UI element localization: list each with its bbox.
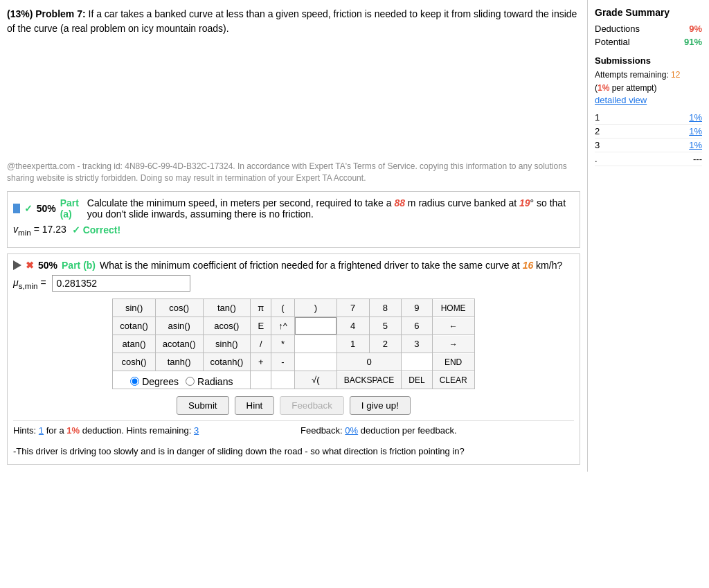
calc-6[interactable]: 6 bbox=[402, 317, 431, 335]
part-b-answer-label: μs,min = bbox=[13, 277, 46, 290]
hints-remaining: 3 bbox=[194, 425, 199, 436]
problem-statement: (13%) Problem 7: If a car takes a banked… bbox=[7, 7, 580, 36]
part-b-header: ✖ 50% Part (b) What is the minimum coeff… bbox=[13, 260, 574, 271]
radians-label[interactable]: Radians bbox=[186, 376, 233, 387]
sub-row-2: 2 1% bbox=[595, 125, 702, 139]
calc-acotan[interactable]: acotan() bbox=[156, 335, 203, 353]
potential-row: Potential 91% bbox=[595, 37, 702, 47]
degrees-radians-row: Degrees Radians bbox=[113, 376, 250, 387]
submissions-title: Submissions bbox=[595, 55, 702, 66]
part-a-check: ✓ bbox=[24, 203, 33, 214]
calc-open-paren[interactable]: ( bbox=[271, 299, 294, 317]
calc-del[interactable]: DEL bbox=[402, 372, 431, 389]
hint-button[interactable]: Hint bbox=[235, 396, 275, 415]
calc-cotanh[interactable]: cotanh() bbox=[204, 353, 251, 371]
calc-sqrt[interactable]: √( bbox=[295, 371, 336, 389]
hints-row: Hints: 1 for a 1% deduction. Hints remai… bbox=[13, 420, 574, 440]
calc-tanh[interactable]: tanh() bbox=[156, 353, 203, 371]
sub-num-3: 3 bbox=[595, 140, 600, 150]
part-b-section: ✖ 50% Part (b) What is the minimum coeff… bbox=[7, 253, 580, 464]
calc-1[interactable]: 1 bbox=[337, 335, 369, 353]
hints-left: Hints: 1 for a 1% deduction. Hints remai… bbox=[13, 425, 287, 436]
sub-num-dot: . bbox=[595, 154, 598, 164]
hint-text: -This driver is driving too slowly and i… bbox=[13, 445, 574, 458]
calc-clear[interactable]: CLEAR bbox=[433, 372, 474, 389]
potential-value: 91% bbox=[684, 37, 702, 47]
calc-3[interactable]: 3 bbox=[402, 335, 431, 353]
sub-val-2[interactable]: 1% bbox=[689, 126, 702, 136]
potential-label: Potential bbox=[595, 37, 630, 47]
calc-slash[interactable]: / bbox=[251, 335, 271, 353]
calc-minus[interactable]: - bbox=[271, 353, 294, 371]
calc-close-paren[interactable]: ) bbox=[295, 299, 336, 317]
hint-link[interactable]: 1 bbox=[39, 425, 44, 436]
per-attempt-pct: 1% bbox=[598, 83, 609, 93]
calc-5[interactable]: 5 bbox=[370, 317, 402, 335]
problem-number: (13%) Problem 7: bbox=[7, 8, 89, 19]
calc-atan[interactable]: atan() bbox=[113, 335, 154, 353]
calc-cosh[interactable]: cosh() bbox=[113, 353, 154, 371]
submission-list: 1 1% 2 1% 3 1% . --- bbox=[595, 111, 702, 166]
calc-backspace-arrow[interactable]: ← bbox=[433, 318, 474, 335]
part-b-cross: ✖ bbox=[26, 260, 34, 271]
attempts-value: 12 bbox=[671, 70, 680, 80]
calc-plus[interactable]: + bbox=[251, 353, 271, 371]
calc-2[interactable]: 2 bbox=[370, 335, 402, 353]
calc-7[interactable]: 7 bbox=[337, 299, 369, 317]
part-a-header: ✓ 50% Part (a) Calculate the minimum spe… bbox=[13, 197, 574, 220]
hints-right: Feedback: 0% deduction per feedback. bbox=[300, 425, 574, 436]
calc-0[interactable]: 0 bbox=[337, 353, 401, 371]
deductions-value: 9% bbox=[689, 24, 702, 34]
part-a-section: ✓ 50% Part (a) Calculate the minimum spe… bbox=[7, 191, 580, 249]
calc-right-arrow[interactable]: → bbox=[433, 336, 474, 353]
calc-cotan[interactable]: cotan() bbox=[113, 317, 154, 335]
calc-up-caret[interactable]: ↑^ bbox=[271, 317, 294, 335]
sub-num-1: 1 bbox=[595, 112, 600, 123]
sub-val-dot: --- bbox=[693, 154, 702, 164]
calc-asin[interactable]: asin() bbox=[156, 317, 203, 335]
attempts-row: Attempts remaining: 12 bbox=[595, 69, 702, 82]
feedback-button[interactable]: Feedback bbox=[280, 396, 344, 415]
sub-row-3: 3 1% bbox=[595, 139, 702, 152]
sub-val-3[interactable]: 1% bbox=[689, 140, 702, 150]
deductions-label: Deductions bbox=[595, 24, 640, 34]
part-a-answer-row: vmin = 17.23 ✓ Correct! bbox=[13, 224, 574, 237]
calc-backspace[interactable]: BACKSPACE bbox=[337, 372, 401, 389]
calc-home[interactable]: HOME bbox=[433, 300, 474, 317]
detailed-view-row[interactable]: detailed view bbox=[595, 95, 702, 105]
sub-row-1: 1 1% bbox=[595, 111, 702, 125]
degrees-label[interactable]: Degrees bbox=[130, 376, 179, 387]
submit-button[interactable]: Submit bbox=[177, 396, 228, 415]
calc-8[interactable]: 8 bbox=[370, 299, 402, 317]
calc-sin[interactable]: sin() bbox=[113, 299, 154, 317]
calc-end[interactable]: END bbox=[433, 354, 474, 371]
deductions-row: Deductions 9% bbox=[595, 24, 702, 34]
sub-row-dot: . --- bbox=[595, 152, 702, 166]
sub-num-2: 2 bbox=[595, 126, 600, 136]
calc-cos[interactable]: cos() bbox=[156, 299, 203, 317]
calc-4[interactable]: 4 bbox=[337, 317, 369, 335]
give-up-button[interactable]: I give up! bbox=[350, 396, 411, 415]
degrees-radio[interactable] bbox=[130, 377, 139, 386]
calc-e[interactable]: E bbox=[251, 317, 271, 335]
calc-asterisk[interactable]: * bbox=[271, 335, 294, 353]
calculator: sin() cos() tan() π ( ) 7 8 9 HOME cotan… bbox=[13, 299, 574, 389]
part-a-icon bbox=[13, 204, 20, 213]
calc-pi[interactable]: π bbox=[251, 299, 271, 317]
calc-acos[interactable]: acos() bbox=[204, 317, 251, 335]
feedback-pct: 0% bbox=[345, 425, 358, 436]
calc-display[interactable] bbox=[295, 317, 336, 335]
calc-9[interactable]: 9 bbox=[402, 299, 431, 317]
part-b-answer-row[interactable]: μs,min = bbox=[13, 275, 574, 292]
part-b-answer-input[interactable] bbox=[52, 275, 190, 292]
calc-tan[interactable]: tan() bbox=[204, 299, 251, 317]
calc-sinh[interactable]: sinh() bbox=[204, 335, 251, 353]
radians-radio[interactable] bbox=[186, 377, 195, 386]
part-b-triangle-icon bbox=[13, 260, 21, 270]
detailed-link[interactable]: detailed view bbox=[595, 95, 647, 105]
part-a-answer-label: vmin = 17.23 bbox=[13, 224, 66, 237]
part-a-label: Part (a) bbox=[60, 197, 83, 220]
tracking-info: @theexpertta.com - tracking id: 4N89-6C-… bbox=[7, 161, 580, 184]
sub-val-1[interactable]: 1% bbox=[689, 112, 702, 123]
grade-summary-title: Grade Summary bbox=[595, 7, 702, 18]
